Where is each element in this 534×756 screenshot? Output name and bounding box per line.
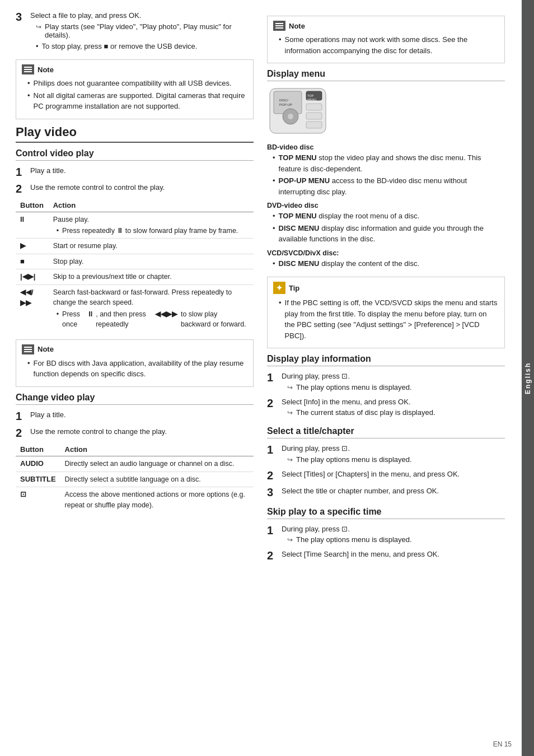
table-row: SUBTITLE Directly select a subtitle lang… xyxy=(16,472,254,487)
st-step-2-content: Select [Titles] or [Chapters] in the men… xyxy=(282,469,505,482)
st-step-2: 2 Select [Titles] or [Chapters] in the m… xyxy=(267,469,505,482)
tip-list: If the PBC setting is off, the VCD/SVCD … xyxy=(279,297,499,341)
col-action: Action xyxy=(49,199,254,212)
svg-rect-10 xyxy=(306,113,322,119)
dvd-item-1: TOP MENU display the root menu of a disc… xyxy=(273,211,505,222)
display-play-info-section: Display play information 1 During play, … xyxy=(267,354,505,418)
st-step-1-num: 1 xyxy=(267,443,277,465)
remote-diagram: DISC/ POP-UP TOP MENU xyxy=(267,86,505,138)
change-col-button: Button xyxy=(16,443,60,456)
dpi-step-1-content: During play, press ⊡. ↪ The play options… xyxy=(282,371,505,393)
change-step-1-text: Play a title. xyxy=(30,409,254,421)
play-step-1-num: 1 xyxy=(16,165,26,179)
display-menu-title: Display menu xyxy=(267,69,505,81)
svg-rect-9 xyxy=(306,104,322,110)
col-button: Button xyxy=(16,199,49,212)
left-column: 3 Select a file to play, and press OK. ↪… xyxy=(16,10,254,746)
sub-search: Press once II, and then press repeatedly… xyxy=(57,309,249,329)
step-3-block: 3 Select a file to play, and press OK. ↪… xyxy=(16,10,254,54)
svg-text:MENU: MENU xyxy=(307,98,316,101)
step-3-arrow-text: Play starts (see "Play video", "Play pho… xyxy=(45,22,254,39)
change-step-2-num: 2 xyxy=(16,426,26,440)
sp-step-1-text: During play, press ⊡. xyxy=(282,524,505,535)
btn-play: ▶ xyxy=(16,238,49,254)
note-line-1 xyxy=(24,67,32,68)
step-3-text: Select a file to play, and press OK. xyxy=(30,10,254,21)
change-step-2-content: Use the remote control to change the pla… xyxy=(30,426,254,440)
sp-step-2: 2 Select [Time Search] in the menu, and … xyxy=(267,549,505,562)
dpi-step-2-content: Select [Info] in the menu, and press OK.… xyxy=(282,396,505,419)
btn-search: ◀◀/▶▶ xyxy=(16,285,49,332)
page-footer: EN 15 xyxy=(493,740,512,748)
st-step-3: 3 Select the title or chapter number, an… xyxy=(267,486,505,499)
table-row: ⊡ Access the above mentioned actions or … xyxy=(16,487,254,512)
vcd-label: VCD/SVCD/DivX disc: xyxy=(267,249,505,257)
control-table: Button Action II Pause play. Press repea… xyxy=(16,199,254,332)
skip-play-section: Skip play to a specific time 1 During pl… xyxy=(267,507,505,563)
note-1-item-1: Philips does not guarantee compatibility… xyxy=(27,78,247,89)
dpi-step-1: 1 During play, press ⊡. ↪ The play optio… xyxy=(267,371,505,393)
note-box-right: Note Some operations may not work with s… xyxy=(267,16,505,63)
bd-list: TOP MENU stop the video play and shows t… xyxy=(273,152,505,197)
remote-svg: DISC/ POP-UP TOP MENU xyxy=(267,86,329,136)
play-step-2-content: Use the remote control to control the pl… xyxy=(30,182,254,195)
note-right-list: Some operations may not work with some d… xyxy=(279,34,499,56)
play-step-1: 1 Play a title. xyxy=(16,165,254,179)
action-audio: Directly select an audio language or cha… xyxy=(60,456,254,472)
note-right-item-1: Some operations may not work with some d… xyxy=(279,34,499,56)
step-3-num: 3 xyxy=(16,10,26,54)
change-step-2-text: Use the remote control to change the pla… xyxy=(30,426,254,437)
note-icon-1 xyxy=(22,64,34,74)
note-header-1: Note xyxy=(22,64,247,74)
action-search: Search fast-backward or fast-forward. Pr… xyxy=(49,285,254,332)
st-step-1-content: During play, press ⊡. ↪ The play options… xyxy=(282,443,505,465)
vcd-list: DISC MENU display the content of the dis… xyxy=(273,258,505,269)
sp-step-1-content: During play, press ⊡. ↪ The play options… xyxy=(282,524,505,546)
table-row: II Pause play. Press repeatedly II to sl… xyxy=(16,212,254,238)
note-2-item-1-text: For BD discs with Java application, avai… xyxy=(34,358,247,380)
select-title-section: Select a title/chapter 1 During play, pr… xyxy=(267,426,505,499)
change-col-action: Action xyxy=(60,443,254,456)
dvd-label: DVD-video disc xyxy=(267,202,505,209)
display-menu-section: Display menu DISC/ POP-UP xyxy=(267,69,505,269)
note-icon-lines xyxy=(24,67,32,72)
note-line-2-3 xyxy=(24,351,32,352)
dvd-item-2-text: DISC MENU display disc information and g… xyxy=(279,223,505,245)
change-step-1-num: 1 xyxy=(16,409,26,423)
action-stop: Stop play. xyxy=(49,254,254,269)
note-line-2-2 xyxy=(24,349,32,350)
bd-item-1-text: TOP MENU stop the video play and shows t… xyxy=(279,152,505,174)
side-tab-text: English xyxy=(524,362,532,394)
table-row: ■ Stop play. xyxy=(16,254,254,269)
footer-text: EN 15 xyxy=(493,740,512,748)
dvd-item-2: DISC MENU display disc information and g… xyxy=(273,223,505,245)
st-step-2-text: Select [Titles] or [Chapters] in the men… xyxy=(282,469,505,480)
st-step-3-num: 3 xyxy=(267,486,277,499)
skip-play-title: Skip play to a specific time xyxy=(267,507,505,519)
play-step-2: 2 Use the remote control to control the … xyxy=(16,182,254,195)
table-row: |◀▶| Skip to a previous/next title or ch… xyxy=(16,269,254,285)
action-play: Start or resume play. xyxy=(49,238,254,254)
btn-pause: II xyxy=(16,212,49,238)
play-step-1-text: Play a title. xyxy=(30,165,254,176)
tip-title: Tip xyxy=(289,284,299,292)
svg-point-5 xyxy=(288,114,293,119)
bd-item-2-text: POP-UP MENU access to the BD-video disc … xyxy=(279,175,505,197)
select-title-heading: Select a title/chapter xyxy=(267,426,505,438)
change-step-2: 2 Use the remote control to change the p… xyxy=(16,426,254,440)
note-title-2: Note xyxy=(38,345,54,353)
svg-text:TOP: TOP xyxy=(307,94,314,97)
st-step-2-num: 2 xyxy=(267,469,277,482)
note-icon-lines-2 xyxy=(24,347,32,352)
dpi-step-1-num: 1 xyxy=(267,371,277,393)
dvd-item-1-text: TOP MENU display the root menu of a disc… xyxy=(279,211,420,222)
btn-audio: AUDIO xyxy=(16,456,60,472)
play-step-1-content: Play a title. xyxy=(30,165,254,179)
st-step-1: 1 During play, press ⊡. ↪ The play optio… xyxy=(267,443,505,465)
tip-header: ✦ Tip xyxy=(273,282,499,294)
display-play-info-title: Display play information xyxy=(267,354,505,366)
change-step-1-content: Play a title. xyxy=(30,409,254,423)
st-step-1-text: During play, press ⊡. xyxy=(282,443,505,454)
table-row: ◀◀/▶▶ Search fast-backward or fast-forwa… xyxy=(16,285,254,332)
note-header-right: Note xyxy=(273,21,499,31)
